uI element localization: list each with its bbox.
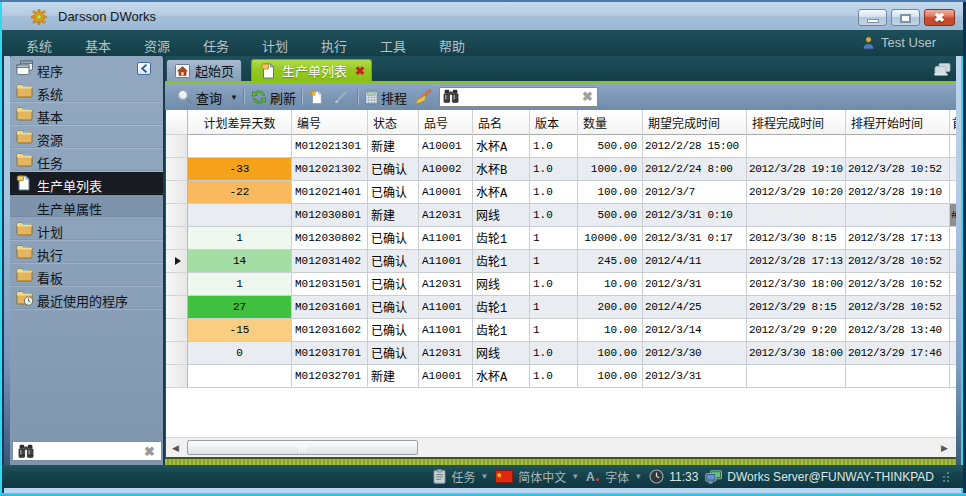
cell-expect[interactable]: 2012/3/14 bbox=[643, 319, 747, 342]
cell-sched_start[interactable]: 2012/3/28 17:13 bbox=[846, 227, 950, 250]
cell-expect[interactable]: 2012/3/7 bbox=[643, 181, 747, 204]
minimize-button[interactable] bbox=[858, 9, 887, 26]
cell-qty[interactable]: 245.00 bbox=[578, 250, 643, 273]
row-selector[interactable] bbox=[166, 204, 188, 227]
cell-sched_start[interactable]: 2012/3/28 10:52 bbox=[846, 250, 950, 273]
tab-start-page[interactable]: 起始页 bbox=[166, 59, 242, 81]
cell-sched_end[interactable]: 2012/3/30 18:00 bbox=[747, 342, 846, 365]
column-header-5[interactable]: 品名 bbox=[473, 110, 530, 135]
cell-ver[interactable]: 1.0 bbox=[530, 273, 578, 296]
cell-no[interactable]: M012031601 bbox=[292, 296, 368, 319]
cell-diff[interactable]: -15 bbox=[188, 319, 292, 342]
column-header-11[interactable]: 首 bbox=[950, 110, 956, 135]
cell-extra[interactable] bbox=[950, 365, 956, 388]
cell-sched_end[interactable]: 2012/3/28 19:10 bbox=[747, 158, 846, 181]
cell-extra[interactable] bbox=[950, 181, 956, 204]
cell-extra[interactable] bbox=[950, 319, 956, 342]
cell-no[interactable]: M012021302 bbox=[292, 158, 368, 181]
column-header-6[interactable]: 版本 bbox=[530, 110, 578, 135]
row-selector[interactable] bbox=[166, 181, 188, 204]
grid-row-3[interactable]: -22M012021401已确认A10001水杯A1.0100.002012/3… bbox=[166, 181, 956, 204]
cell-sched_start[interactable] bbox=[846, 365, 950, 388]
cell-sched_end[interactable]: 2012/3/29 8:15 bbox=[747, 296, 846, 319]
row-selector[interactable] bbox=[166, 227, 188, 250]
sidebar-item-8[interactable]: 执行 bbox=[10, 241, 163, 264]
cell-no[interactable]: M012031701 bbox=[292, 342, 368, 365]
cell-item_no[interactable]: A11001 bbox=[419, 250, 473, 273]
cell-status[interactable]: 已确认 bbox=[368, 319, 419, 342]
cell-sched_start[interactable]: 2012/3/28 10:52 bbox=[846, 296, 950, 319]
cell-sched_start[interactable]: 2012/3/28 10:52 bbox=[846, 158, 950, 181]
menu-item-2[interactable]: 基本 bbox=[85, 36, 111, 55]
cell-ver[interactable]: 1.0 bbox=[530, 181, 578, 204]
cell-qty[interactable]: 100.00 bbox=[578, 342, 643, 365]
cell-extra[interactable] bbox=[950, 296, 956, 319]
cell-ver[interactable]: 1.0 bbox=[530, 158, 578, 181]
cell-status[interactable]: 已确认 bbox=[368, 158, 419, 181]
cell-sched_end[interactable] bbox=[747, 135, 846, 158]
cell-status[interactable]: 已确认 bbox=[368, 181, 419, 204]
menu-item-3[interactable]: 资源 bbox=[144, 36, 170, 55]
cell-status[interactable]: 新建 bbox=[368, 365, 419, 388]
cell-item_name[interactable]: 水杯A bbox=[473, 181, 530, 204]
cell-expect[interactable]: 2012/3/30 bbox=[643, 342, 747, 365]
cell-sched_start[interactable] bbox=[846, 204, 950, 227]
cell-qty[interactable]: 10.00 bbox=[578, 273, 643, 296]
grid-row-9[interactable]: -15M012031602已确认A11001齿轮1110.002012/3/14… bbox=[166, 319, 956, 342]
sidebar-item-2[interactable]: 基本 bbox=[10, 103, 163, 126]
statusbar-item-1[interactable]: 任务▼ bbox=[433, 468, 488, 485]
clear-search-icon[interactable]: ✖ bbox=[582, 89, 593, 104]
cell-diff[interactable]: 27 bbox=[188, 296, 292, 319]
cell-diff[interactable] bbox=[188, 135, 292, 158]
cell-extra[interactable] bbox=[950, 227, 956, 250]
statusbar-item-3[interactable]: A字体▼ bbox=[586, 468, 642, 485]
cell-sched_start[interactable]: 2012/3/28 19:10 bbox=[846, 181, 950, 204]
cell-ver[interactable]: 1.0 bbox=[530, 365, 578, 388]
row-selector[interactable] bbox=[166, 365, 188, 388]
sidebar-item-4[interactable]: 任务 bbox=[10, 149, 163, 172]
cell-sched_start[interactable] bbox=[846, 135, 950, 158]
tab-production-order-list[interactable]: 生产单列表 ✖ bbox=[251, 59, 372, 81]
cell-extra[interactable] bbox=[950, 250, 956, 273]
column-header-4[interactable]: 品号 bbox=[419, 110, 473, 135]
windows-list-icon[interactable] bbox=[934, 63, 951, 76]
cell-diff[interactable]: 0 bbox=[188, 342, 292, 365]
sidebar-item-1[interactable]: 系统 bbox=[10, 80, 163, 103]
cell-item_name[interactable]: 网线 bbox=[473, 204, 530, 227]
menu-item-8[interactable]: 帮助 bbox=[439, 36, 465, 55]
cell-item_no[interactable]: A11001 bbox=[419, 296, 473, 319]
cell-status[interactable]: 新建 bbox=[368, 204, 419, 227]
menu-item-1[interactable]: 系统 bbox=[26, 36, 52, 55]
cell-ver[interactable]: 1.0 bbox=[530, 135, 578, 158]
grid-row-10[interactable]: 0M012031701已确认A12031网线1.0100.002012/3/30… bbox=[166, 342, 956, 365]
cell-diff[interactable] bbox=[188, 365, 292, 388]
cell-item_name[interactable]: 网线 bbox=[473, 342, 530, 365]
grid-row-5[interactable]: 1M012030802已确认A11001齿轮1110000.002012/3/3… bbox=[166, 227, 956, 250]
cell-no[interactable]: M012030802 bbox=[292, 227, 368, 250]
cell-extra[interactable] bbox=[950, 158, 956, 181]
cell-status[interactable]: 新建 bbox=[368, 135, 419, 158]
grid-row-2[interactable]: -33M012021302已确认A10002水杯B1.01000.002012/… bbox=[166, 158, 956, 181]
query-button[interactable]: 查询 ▼ bbox=[174, 86, 241, 108]
cell-status[interactable]: 已确认 bbox=[368, 250, 419, 273]
cell-diff[interactable] bbox=[188, 204, 292, 227]
sidebar-item-9[interactable]: 看板 bbox=[10, 264, 163, 287]
sidebar-item-7[interactable]: 计划 bbox=[10, 218, 163, 241]
cell-sched_end[interactable]: 2012/3/28 17:13 bbox=[747, 250, 846, 273]
menu-item-5[interactable]: 计划 bbox=[262, 36, 288, 55]
row-selector[interactable] bbox=[166, 296, 188, 319]
cell-sched_end[interactable]: 2012/3/30 8:15 bbox=[747, 227, 846, 250]
tab-close-icon[interactable]: ✖ bbox=[355, 64, 365, 78]
cell-item_name[interactable]: 齿轮1 bbox=[473, 227, 530, 250]
cell-expect[interactable]: 2012/3/31 bbox=[643, 273, 747, 296]
grid-row-7[interactable]: 1M012031501已确认A12031网线1.010.002012/3/312… bbox=[166, 273, 956, 296]
cell-expect[interactable]: 2012/3/31 0:17 bbox=[643, 227, 747, 250]
cell-expect[interactable]: 2012/2/24 8:00 bbox=[643, 158, 747, 181]
cell-no[interactable]: M012031402 bbox=[292, 250, 368, 273]
cell-qty[interactable]: 100.00 bbox=[578, 181, 643, 204]
cell-item_name[interactable]: 水杯A bbox=[473, 365, 530, 388]
cell-sched_start[interactable]: 2012/3/28 10:52 bbox=[846, 273, 950, 296]
cell-diff[interactable]: 1 bbox=[188, 227, 292, 250]
cell-ver[interactable]: 1 bbox=[530, 250, 578, 273]
scrollbar-thumb[interactable] bbox=[187, 440, 418, 455]
